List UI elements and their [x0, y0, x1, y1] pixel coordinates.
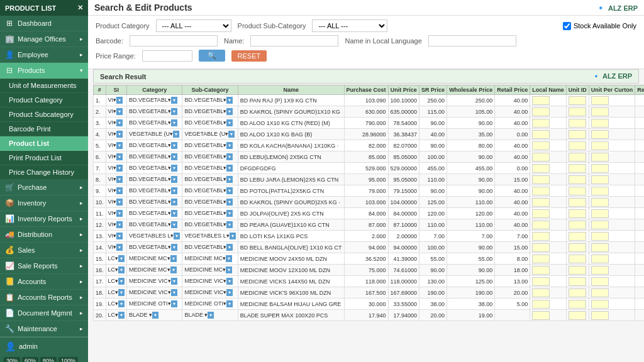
dropdown-button[interactable]: ▾ [116, 153, 123, 160]
table-cell[interactable] [530, 95, 567, 106]
cell-input[interactable] [569, 288, 586, 297]
table-cell[interactable] [589, 276, 635, 287]
cell-input[interactable] [591, 288, 609, 297]
table-cell[interactable] [635, 265, 644, 276]
cell-input[interactable] [569, 96, 586, 105]
cell-input[interactable] [591, 141, 609, 150]
sidebar-item-employee[interactable]: 👤 Employee ▸ [0, 47, 88, 63]
table-cell[interactable] [530, 299, 567, 310]
table-cell[interactable] [566, 163, 589, 174]
table-cell[interactable] [589, 265, 635, 276]
dropdown-button[interactable]: ▾ [226, 266, 232, 273]
dropdown-button[interactable]: ▾ [226, 199, 233, 206]
zoom-30[interactable]: 30% [4, 357, 20, 362]
cell-input[interactable] [569, 255, 586, 263]
cell-input[interactable] [532, 164, 550, 173]
table-cell[interactable] [566, 118, 589, 129]
dropdown-button[interactable]: ▾ [171, 221, 177, 228]
sidebar-item-maintenance[interactable]: 🔧 Maintenance ▸ [0, 321, 88, 337]
cell-input[interactable] [569, 119, 586, 128]
zoom-80[interactable]: 80% [40, 357, 57, 362]
cell-input[interactable] [569, 243, 586, 252]
dropdown-button[interactable]: ▾ [226, 221, 233, 228]
dropdown-button[interactable]: ▾ [171, 142, 177, 149]
cell-input[interactable] [532, 153, 550, 162]
cell-input[interactable] [591, 243, 609, 252]
sidebar-item-product-category[interactable]: Product Category [0, 93, 88, 107]
sidebar-item-dashboard[interactable]: ⊞ Dashboard [0, 16, 88, 31]
table-cell[interactable] [566, 129, 589, 140]
dropdown-button[interactable]: ▾ [118, 300, 125, 307]
sidebar-item-purchase[interactable]: 🛒 Purchase ▸ [0, 180, 88, 195]
table-cell[interactable] [589, 163, 635, 174]
table-cell[interactable] [635, 106, 644, 118]
cell-input[interactable] [591, 130, 609, 139]
table-cell[interactable] [589, 219, 635, 231]
table-cell[interactable] [589, 140, 635, 151]
table-cell[interactable] [635, 140, 644, 151]
cell-input[interactable] [532, 232, 550, 241]
dropdown-button[interactable]: ▾ [116, 199, 123, 206]
sidebar-item-barcode-print[interactable]: Barcode Print [0, 122, 88, 136]
table-cell[interactable] [566, 140, 589, 151]
table-cell[interactable] [635, 185, 644, 197]
dropdown-button[interactable]: ▾ [171, 165, 177, 172]
cell-input[interactable] [591, 187, 609, 195]
cell-input[interactable] [591, 221, 609, 229]
dropdown-button[interactable]: ▾ [116, 119, 123, 126]
dropdown-button[interactable]: ▾ [116, 244, 123, 251]
cell-input[interactable] [532, 277, 550, 286]
sidebar-item-print-product-list[interactable]: Print Product List [0, 151, 88, 165]
cell-input[interactable] [569, 198, 586, 207]
cell-input[interactable] [569, 175, 586, 184]
product-category-select[interactable]: --- ALL --- [156, 19, 231, 32]
dropdown-button[interactable]: ▾ [116, 142, 123, 149]
dropdown-button[interactable]: ▾ [116, 97, 123, 104]
table-cell[interactable] [589, 106, 635, 118]
table-cell[interactable] [589, 242, 635, 253]
table-cell[interactable] [530, 219, 567, 231]
cell-input[interactable] [591, 96, 609, 105]
cell-input[interactable] [569, 209, 586, 218]
cell-input[interactable] [532, 255, 550, 263]
table-cell[interactable] [589, 231, 635, 242]
cell-input[interactable] [569, 232, 586, 241]
cell-input[interactable] [569, 164, 586, 173]
cell-input[interactable] [591, 277, 609, 286]
table-cell[interactable] [589, 310, 635, 321]
table-cell[interactable] [635, 118, 644, 129]
table-cell[interactable] [566, 231, 589, 242]
table-cell[interactable] [530, 253, 567, 265]
sidebar-item-accounts-reports[interactable]: 📋 Accounts Reports ▸ [0, 290, 88, 305]
table-cell[interactable] [530, 231, 567, 242]
cell-input[interactable] [569, 130, 586, 139]
dropdown-button[interactable]: ▾ [226, 187, 233, 194]
table-cell[interactable] [566, 106, 589, 118]
name-input[interactable] [250, 35, 338, 47]
sidebar-item-accounts[interactable]: 📒 Accounts ▸ [0, 274, 88, 290]
cell-input[interactable] [532, 175, 550, 184]
dropdown-button[interactable]: ▾ [171, 199, 177, 206]
dropdown-button[interactable]: ▾ [226, 108, 233, 115]
table-cell[interactable] [566, 95, 589, 106]
dropdown-button[interactable]: ▾ [171, 187, 177, 194]
cell-input[interactable] [591, 119, 609, 128]
dropdown-button[interactable]: ▾ [118, 278, 125, 285]
cell-input[interactable] [532, 187, 550, 195]
cell-input[interactable] [569, 311, 586, 320]
sidebar-item-sale-reports[interactable]: 📈 Sale Reports ▸ [0, 258, 88, 274]
dropdown-button[interactable]: ▾ [226, 165, 233, 172]
sidebar-item-distribution[interactable]: 🚚 Distribution ▸ [0, 227, 88, 243]
cell-input[interactable] [532, 288, 550, 297]
cell-input[interactable] [532, 119, 550, 128]
sidebar-item-product-subcategory[interactable]: Product Subcategory [0, 107, 88, 122]
cell-input[interactable] [591, 175, 609, 184]
table-cell[interactable] [635, 129, 644, 140]
dropdown-button[interactable]: ▾ [171, 97, 177, 104]
dropdown-button[interactable]: ▾ [174, 233, 180, 239]
dropdown-button[interactable]: ▾ [116, 131, 123, 138]
name-in-local-input[interactable] [428, 35, 516, 47]
table-cell[interactable] [530, 310, 567, 321]
table-cell[interactable] [530, 151, 567, 163]
dropdown-button[interactable]: ▾ [226, 300, 233, 307]
